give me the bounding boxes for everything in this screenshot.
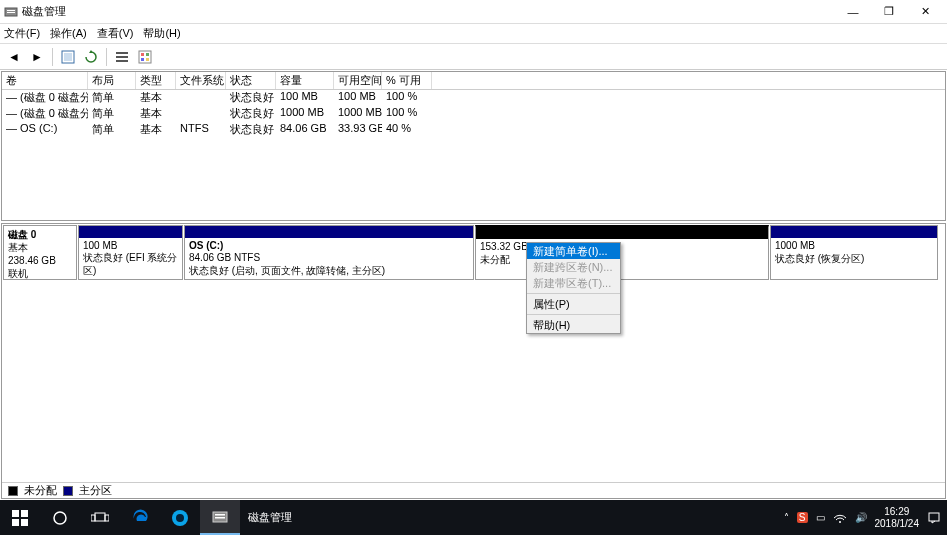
svg-rect-24 bbox=[215, 514, 225, 516]
menu-separator bbox=[527, 293, 620, 294]
forward-icon[interactable]: ► bbox=[27, 47, 47, 67]
taskbar-app-diskmgmt[interactable] bbox=[200, 500, 240, 535]
partition[interactable]: 100 MB状态良好 (EFI 系统分区) bbox=[78, 225, 183, 280]
tray-date: 2018/1/24 bbox=[875, 518, 920, 530]
col-type[interactable]: 类型 bbox=[136, 72, 176, 89]
svg-rect-7 bbox=[116, 60, 128, 62]
volume-row[interactable]: — (磁盘 0 磁盘分区 4)简单基本状态良好 (…1000 MB1000 MB… bbox=[2, 106, 945, 122]
svg-rect-11 bbox=[141, 58, 144, 61]
context-menu-item: 新建带区卷(T)... bbox=[527, 275, 620, 291]
context-menu-item[interactable]: 新建简单卷(I)... bbox=[527, 243, 620, 259]
col-percent[interactable]: % 可用 bbox=[382, 72, 432, 89]
svg-rect-19 bbox=[91, 515, 95, 521]
cell: 状态良好 (… bbox=[226, 106, 276, 122]
legend-swatch-primary bbox=[63, 486, 73, 496]
context-menu: 新建简单卷(I)...新建跨区卷(N)...新建带区卷(T)...属性(P)帮助… bbox=[526, 242, 621, 334]
partition[interactable]: OS (C:)84.06 GB NTFS状态良好 (启动, 页面文件, 故障转储… bbox=[184, 225, 474, 280]
tray-chevron-up-icon[interactable]: ˄ bbox=[784, 512, 789, 523]
partition-body: 153.32 GB未分配 bbox=[476, 239, 768, 279]
minimize-button[interactable]: — bbox=[835, 1, 871, 23]
close-button[interactable]: ✕ bbox=[907, 1, 943, 23]
context-menu-item[interactable]: 属性(P) bbox=[527, 296, 620, 312]
legend-unalloc: 未分配 bbox=[24, 483, 57, 498]
separator bbox=[52, 48, 53, 66]
graphical-view: 磁盘 0 基本 238.46 GB 联机 100 MB状态良好 (EFI 系统分… bbox=[1, 223, 946, 499]
svg-rect-4 bbox=[64, 53, 72, 61]
volume-list: 卷 布局 类型 文件系统 状态 容量 可用空间 % 可用 — (磁盘 0 磁盘分… bbox=[1, 71, 946, 221]
menu-help[interactable]: 帮助(H) bbox=[143, 26, 180, 41]
taskbar-app-label[interactable]: 磁盘管理 bbox=[240, 510, 300, 525]
cell: 简单 bbox=[88, 106, 136, 122]
col-filesystem[interactable]: 文件系统 bbox=[176, 72, 226, 89]
col-status[interactable]: 状态 bbox=[226, 72, 276, 89]
taskview-icon[interactable] bbox=[80, 500, 120, 535]
context-menu-item[interactable]: 帮助(H) bbox=[527, 317, 620, 333]
partition-body: 100 MB状态良好 (EFI 系统分区) bbox=[79, 238, 182, 280]
refresh-icon[interactable] bbox=[81, 47, 101, 67]
edge-icon[interactable] bbox=[120, 500, 160, 535]
menu-action[interactable]: 操作(A) bbox=[50, 26, 87, 41]
col-free[interactable]: 可用空间 bbox=[334, 72, 382, 89]
legend-primary: 主分区 bbox=[79, 483, 112, 498]
legend-swatch-unalloc bbox=[8, 486, 18, 496]
partition-size: 153.32 GB bbox=[480, 241, 764, 254]
partition-status: 状态良好 (恢复分区) bbox=[775, 253, 933, 266]
col-capacity[interactable]: 容量 bbox=[276, 72, 334, 89]
taskbar: 磁盘管理 ˄ S ▭ 🔊 16:29 2018/1/24 bbox=[0, 500, 947, 535]
svg-rect-12 bbox=[146, 58, 149, 61]
svg-rect-16 bbox=[21, 519, 28, 526]
partition-bar bbox=[79, 226, 182, 238]
qq-browser-icon[interactable] bbox=[160, 500, 200, 535]
partition-size: 84.06 GB NTFS bbox=[189, 252, 469, 265]
svg-rect-14 bbox=[21, 510, 28, 517]
col-layout[interactable]: 布局 bbox=[88, 72, 136, 89]
cell: 1000 MB bbox=[334, 106, 382, 122]
back-icon[interactable]: ◄ bbox=[4, 47, 24, 67]
cell: 基本 bbox=[136, 122, 176, 138]
svg-point-26 bbox=[839, 521, 841, 523]
toolbar: ◄ ► bbox=[0, 44, 947, 70]
cortana-icon[interactable] bbox=[40, 500, 80, 535]
start-button[interactable] bbox=[0, 500, 40, 535]
svg-rect-27 bbox=[929, 513, 939, 521]
disk-info[interactable]: 磁盘 0 基本 238.46 GB 联机 bbox=[3, 225, 77, 280]
cell: 84.06 GB bbox=[276, 122, 334, 138]
disk-size: 238.46 GB bbox=[8, 254, 72, 267]
menu-file[interactable]: 文件(F) bbox=[4, 26, 40, 41]
partition-size: 1000 MB bbox=[775, 240, 933, 253]
cell bbox=[176, 90, 226, 106]
menu-view[interactable]: 查看(V) bbox=[97, 26, 134, 41]
volume-row[interactable]: — OS (C:)简单基本NTFS状态良好 (…84.06 GB33.93 GB… bbox=[2, 122, 945, 138]
tray-notifications-icon[interactable] bbox=[927, 511, 941, 525]
maximize-button[interactable]: ❐ bbox=[871, 1, 907, 23]
tray-volume-icon[interactable]: 🔊 bbox=[855, 512, 867, 523]
partition-unallocated[interactable]: 153.32 GB未分配 bbox=[475, 225, 769, 280]
svg-rect-25 bbox=[215, 517, 225, 519]
col-volume[interactable]: 卷 bbox=[2, 72, 88, 89]
list-view-icon[interactable] bbox=[112, 47, 132, 67]
tray-clock[interactable]: 16:29 2018/1/24 bbox=[875, 506, 920, 529]
svg-rect-10 bbox=[146, 53, 149, 56]
partition-bar bbox=[771, 226, 937, 238]
tray-time: 16:29 bbox=[875, 506, 920, 518]
svg-rect-1 bbox=[7, 10, 15, 11]
volume-row[interactable]: — (磁盘 0 磁盘分区 1)简单基本状态良好 (…100 MB100 MB10… bbox=[2, 90, 945, 106]
tray-battery-icon[interactable]: ▭ bbox=[816, 512, 825, 523]
partition[interactable]: 1000 MB状态良好 (恢复分区) bbox=[770, 225, 938, 280]
settings-icon[interactable] bbox=[135, 47, 155, 67]
show-hide-icon[interactable] bbox=[58, 47, 78, 67]
svg-rect-8 bbox=[139, 51, 151, 63]
cell: — (磁盘 0 磁盘分区 4) bbox=[2, 106, 88, 122]
cell: 简单 bbox=[88, 90, 136, 106]
svg-rect-18 bbox=[95, 513, 105, 521]
partition-body: OS (C:)84.06 GB NTFS状态良好 (启动, 页面文件, 故障转储… bbox=[185, 238, 473, 280]
cell: 状态良好 (… bbox=[226, 90, 276, 106]
cell bbox=[176, 106, 226, 122]
disk-type: 基本 bbox=[8, 241, 72, 254]
cell: 33.93 GB bbox=[334, 122, 382, 138]
tray-ime-icon[interactable]: S bbox=[797, 512, 808, 523]
tray-wifi-icon[interactable] bbox=[833, 512, 847, 524]
cell: 基本 bbox=[136, 106, 176, 122]
cell: 40 % bbox=[382, 122, 432, 138]
svg-point-22 bbox=[176, 514, 184, 522]
